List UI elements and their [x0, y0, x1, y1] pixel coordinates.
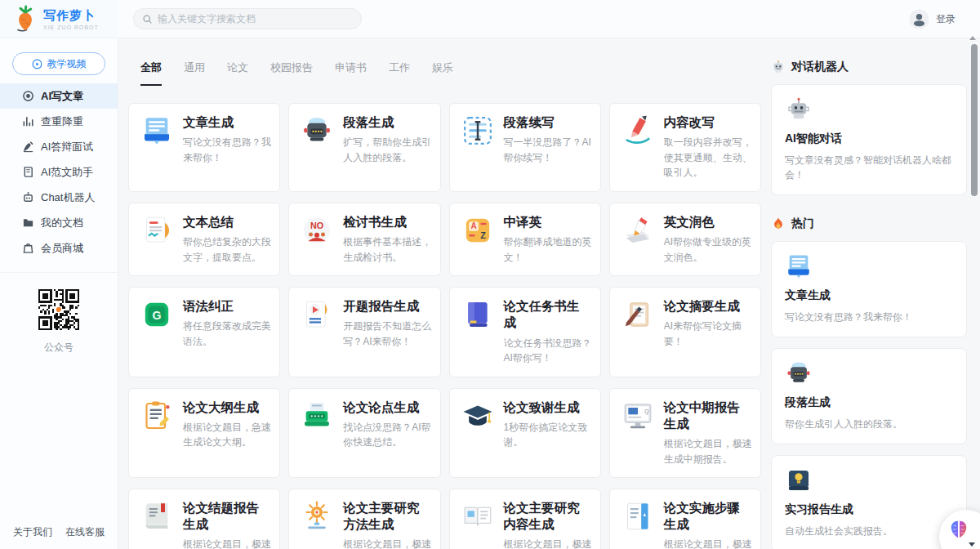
robot-typewriter-icon — [301, 114, 333, 147]
open-book-icon — [461, 500, 494, 533]
card-desc: 找论点没思路？AI帮你快速总结。 — [343, 420, 431, 450]
card-desc: 取一段内容并改写，使其更通顺、生动、吸引人。 — [664, 135, 752, 181]
brain-icon — [948, 519, 969, 540]
sidebar-item-label: AI写文章 — [41, 89, 83, 104]
tool-card[interactable]: 论文摘要生成AI来帮你写论文摘要！ — [609, 287, 761, 377]
tab-申请书[interactable]: 申请书 — [335, 60, 367, 86]
tool-card[interactable]: 论文实施步骤生成根据论文题目，极速生成论文实施步骤。 — [609, 489, 761, 549]
sidebar-item-label: Chat机器人 — [41, 190, 95, 205]
tab-全部[interactable]: 全部 — [140, 60, 162, 86]
sidebar-item-label: 我的文档 — [41, 216, 83, 230]
search-input[interactable] — [158, 13, 353, 25]
typewriter-green-icon — [301, 399, 333, 432]
scrollbar-up-arrow[interactable] — [969, 36, 976, 40]
tool-card[interactable]: 英文润色AI帮你做专业级的英文润色。 — [609, 203, 761, 276]
sidebar-item-member-shop-bag[interactable]: 会员商城 — [0, 235, 118, 261]
tab-校园报告[interactable]: 校园报告 — [270, 60, 313, 86]
panel-card-title: AI智能对话 — [785, 132, 953, 146]
tab-论文[interactable]: 论文 — [227, 60, 248, 86]
card-desc: 写论文没有思路？我来帮你！ — [183, 135, 271, 165]
card-title: 论文主要研究内容生成 — [504, 500, 592, 533]
tutorial-video-button[interactable]: 教学视频 — [12, 52, 105, 75]
card-title: 论文致谢生成 — [504, 399, 592, 416]
card-desc: 根据事件基本描述，生成检讨书。 — [343, 234, 431, 265]
panel-card[interactable]: 文章生成写论文没有思路？我来帮你！ — [771, 241, 967, 337]
qr-block: 公众号 — [0, 289, 118, 355]
chatbot-section-title: 对话机器人 — [771, 60, 967, 74]
card-title: 文本总结 — [183, 214, 271, 230]
card-desc: 根据论文题目，极速生成论文实施步骤。 — [664, 537, 752, 549]
tab-通用[interactable]: 通用 — [184, 60, 205, 86]
online-service-link[interactable]: 在线客服 — [65, 525, 105, 539]
sidebar-menu: AI写文章查重降重AI答辩面试AI范文助手Chat机器人我的文档会员商城 — [0, 83, 118, 261]
svg-text:A: A — [470, 221, 476, 230]
card-title: 论文任务书生成 — [504, 298, 592, 331]
plagiarism-chart-icon — [22, 115, 34, 127]
summary-doc-icon — [140, 214, 173, 247]
tool-card[interactable]: 开题报告生成开题报告不知道怎么写？AI来帮你！ — [288, 287, 440, 377]
tool-card[interactable]: 论文结题报告生成根据论文题目，极速生成结题报告。 — [128, 489, 280, 549]
sidebar-item-label: AI答辩面试 — [41, 140, 93, 154]
tool-card[interactable]: 文本总结帮你总结复杂的大段文字，提取要点。 — [128, 203, 280, 276]
fire-icon — [771, 216, 786, 231]
tab-工作[interactable]: 工作 — [389, 60, 410, 86]
translate-az-icon: AZ — [461, 214, 494, 247]
tool-card[interactable]: 论文任务书生成论文任务书没思路？AI帮你写！ — [449, 287, 601, 377]
sidebar-item-label: 查重降重 — [41, 114, 83, 129]
tool-card[interactable]: AZ中译英帮你翻译成地道的英文！ — [449, 203, 601, 276]
card-title: 开题报告生成 — [343, 298, 431, 315]
sidebar-item-plagiarism-chart[interactable]: 查重降重 — [0, 109, 118, 134]
hot-section-label: 热门 — [791, 216, 814, 231]
panel-card[interactable]: 实习报告生成自动生成社会实践报告。 — [771, 455, 967, 549]
top-header: 写作萝卜 XIE ZUO ROBOT 登录 — [0, 0, 980, 38]
sidebar-item-my-docs-folder[interactable]: 我的文档 — [0, 210, 118, 235]
tool-card[interactable]: 段落续写写一半没思路了？AI帮你续写！ — [449, 103, 601, 192]
login-button[interactable]: 登录 — [909, 9, 956, 29]
search-bar[interactable] — [133, 8, 362, 29]
about-us-link[interactable]: 关于我们 — [13, 525, 52, 539]
card-title: 检讨书生成 — [343, 214, 431, 230]
robot-typewriter-icon — [785, 359, 813, 387]
panel-card-desc: 帮你生成引人入胜的段落。 — [785, 417, 953, 431]
card-desc: 帮你总结复杂的大段文字，提取要点。 — [183, 234, 271, 265]
sidebar-item-interview-pen[interactable]: AI答辩面试 — [0, 134, 118, 159]
tool-card[interactable]: 论文主要研究方法生成根据论文题目，极速生成主要研究方法。 — [288, 489, 440, 549]
rewrite-pencil-icon — [621, 114, 654, 147]
sidebar-footer: 关于我们 在线客服 — [0, 525, 118, 539]
report-play-doc-icon — [301, 298, 333, 331]
member-shop-bag-icon — [22, 242, 34, 254]
panel-card[interactable]: AI智能对话写文章没有灵感？智能对话机器人啥都会！ — [771, 84, 967, 195]
sidebar-item-chat-robot[interactable]: Chat机器人 — [0, 185, 118, 210]
brand-logo[interactable]: 写作萝卜 XIE ZUO ROBOT — [0, 0, 118, 38]
tool-card[interactable]: G语法纠正将任意段落改成完美语法。 — [128, 287, 280, 377]
tab-娱乐[interactable]: 娱乐 — [432, 60, 453, 86]
grammar-g-icon: G — [140, 298, 173, 331]
text-cursor-icon — [461, 114, 494, 147]
tool-card[interactable]: 段落生成扩写，帮助你生成引人入胜的段落。 — [288, 103, 440, 192]
panel-card-desc: 写文章没有灵感？智能对话机器人啥都会！ — [785, 153, 953, 182]
idea-gear-icon — [301, 500, 333, 533]
tool-card[interactable]: NO检讨书生成根据事件基本描述，生成检讨书。 — [288, 203, 440, 276]
ai-write-icon — [22, 90, 34, 102]
tool-card[interactable]: 文章生成写论文没有思路？我来帮你！ — [128, 103, 280, 192]
tool-card[interactable]: 内容改写取一段内容并改写，使其更通顺、生动、吸引人。 — [609, 103, 761, 192]
my-docs-folder-icon — [22, 216, 34, 229]
svg-text:NO: NO — [310, 220, 323, 230]
tool-card[interactable]: 论文致谢生成1秒帮你搞定论文致谢。 — [449, 388, 601, 478]
tool-card[interactable]: Q论文中期报告生成根据论文题目，极速生成中期报告。 — [609, 388, 761, 478]
card-title: 论文大纲生成 — [183, 399, 271, 416]
card-desc: 根据论文题目，极速生成中期报告。 — [664, 436, 752, 466]
tool-card[interactable]: 论文主要研究内容生成根据论文题目，极速生成主要研究内容。 — [449, 489, 601, 549]
panel-card[interactable]: 段落生成帮你生成引人入胜的段落。 — [771, 348, 967, 444]
user-avatar-icon — [909, 9, 929, 29]
sidebar-item-sample-book[interactable]: AI范文助手 — [0, 159, 118, 185]
card-title: 论文论点生成 — [343, 399, 431, 416]
brand-name: 写作萝卜 — [43, 8, 96, 22]
scrollbar-thumb[interactable] — [971, 44, 978, 196]
sidebar-item-ai-write[interactable]: AI写文章 — [0, 83, 118, 109]
tool-card[interactable]: 论文论点生成找论点没思路？AI帮你快速总结。 — [288, 388, 440, 478]
card-desc: AI帮你做专业级的英文润色。 — [664, 234, 752, 265]
card-title: 论文结题报告生成 — [183, 500, 271, 533]
article-book-icon — [785, 252, 813, 280]
tool-card[interactable]: 论文大纲生成根据论文题目，急速生成论文大纲。 — [128, 388, 280, 478]
